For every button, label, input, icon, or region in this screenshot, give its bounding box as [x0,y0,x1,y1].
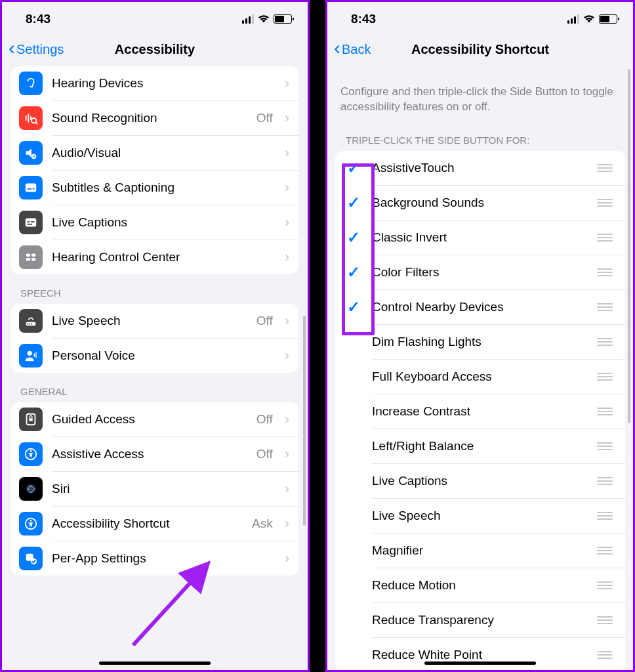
drag-handle-icon[interactable] [595,581,615,589]
chevron-right-icon: › [285,446,289,463]
settings-row[interactable]: Subtitles & Captioning› [11,171,298,205]
shortcut-label: Color Filters [372,257,595,287]
chevron-left-icon: ‹ [334,38,340,58]
shortcut-label: Reduce White Point [372,640,595,670]
row-label: Live Speech [52,314,247,328]
hearing-control-icon [19,245,43,269]
drag-handle-icon[interactable] [595,234,615,242]
shortcut-row[interactable]: ✓Color Filters [335,255,625,289]
drag-handle-icon[interactable] [595,442,615,450]
drag-handle-icon[interactable] [595,408,615,415]
chevron-right-icon: › [285,249,289,266]
settings-row[interactable]: Accessibility ShortcutAsk› [11,507,298,541]
svg-rect-17 [31,258,35,261]
shortcut-row[interactable]: Full Keyboard Access [335,360,625,394]
svg-rect-21 [31,324,32,325]
settings-content[interactable]: Hearing Devices›Sound RecognitionOff›Aud… [2,66,308,670]
drag-handle-icon[interactable] [595,512,615,520]
row-label: Guided Access [52,412,247,427]
shortcut-label: Live Captions [372,466,595,496]
per-app-icon [19,547,43,570]
shortcut-label: Full Keyboard Access [372,362,595,392]
drag-handle-icon[interactable] [595,547,615,555]
row-label: Live Captions [52,215,276,230]
home-indicator[interactable] [99,662,211,665]
settings-row[interactable]: Guided AccessOff› [11,402,298,436]
svg-rect-20 [29,324,30,325]
status-bar: 8:43 [327,2,633,32]
settings-section: Live SpeechOff›Personal Voice› [11,304,298,373]
settings-section: Hearing Devices›Sound RecognitionOff›Aud… [11,66,298,274]
shortcut-row[interactable]: Reduce White Point [335,638,625,670]
scroll-indicator[interactable] [303,316,306,526]
checkmark-icon: ✓ [347,194,360,212]
shortcut-row[interactable]: Magnifier [335,534,625,568]
row-detail: Off [256,447,273,461]
checkmark-column: ✓ [335,263,372,282]
shortcut-row[interactable]: Live Speech [335,499,625,533]
shortcut-row[interactable]: ✓Classic Invert [335,220,625,255]
row-label: Hearing Devices [52,76,276,91]
svg-rect-19 [28,324,29,325]
drag-handle-icon[interactable] [595,373,615,381]
screenshot-divider [310,0,325,672]
cellular-icon [567,14,579,24]
home-indicator[interactable] [424,662,536,665]
svg-point-28 [30,450,32,452]
drag-handle-icon[interactable] [595,651,615,659]
ear-icon [19,72,43,95]
description-text: Configure and then triple-click the Side… [327,66,633,121]
drag-handle-icon[interactable] [595,303,615,311]
chevron-right-icon: › [285,550,289,567]
drag-handle-icon[interactable] [595,616,615,624]
shortcut-label: Classic Invert [372,222,595,253]
shortcut-row[interactable]: Reduce Motion [335,568,625,602]
scroll-indicator[interactable] [628,69,630,423]
drag-handle-icon[interactable] [595,268,615,276]
drag-handle-icon[interactable] [595,164,615,172]
drag-handle-icon[interactable] [595,477,615,485]
drag-handle-icon[interactable] [595,338,615,346]
settings-row[interactable]: Personal Voice› [11,339,298,373]
back-button[interactable]: ‹ Back [334,41,371,58]
row-label: Subtitles & Captioning [52,180,276,195]
settings-row[interactable]: Live Captions› [11,205,298,240]
svg-rect-12 [31,221,35,222]
chevron-right-icon: › [285,179,289,196]
settings-row[interactable]: Live SpeechOff› [11,304,298,338]
shortcut-row[interactable]: Dim Flashing Lights [335,325,625,359]
nav-bar: ‹ Settings Accessibility [2,32,308,66]
shortcut-row[interactable]: Live Captions [335,464,625,498]
checkmark-icon: ✓ [347,298,360,316]
settings-row[interactable]: Hearing Devices› [11,66,298,100]
shortcut-content[interactable]: Configure and then triple-click the Side… [327,66,633,670]
chevron-right-icon: › [285,214,289,231]
chevron-right-icon: › [285,480,289,497]
shortcut-label: Increase Contrast [372,396,595,427]
settings-row[interactable]: Hearing Control Center› [11,240,298,274]
section-header: GENERAL [11,373,298,402]
svg-rect-1 [28,114,29,123]
row-label: Accessibility Shortcut [52,516,243,531]
shortcut-row[interactable]: ✓Background Sounds [335,186,625,220]
shortcut-row[interactable]: Reduce Transparency [335,603,625,637]
shortcut-label: Background Sounds [372,188,595,218]
drag-handle-icon[interactable] [595,199,615,207]
chevron-right-icon: › [285,515,289,532]
settings-row[interactable]: Audio/Visual› [11,136,298,170]
wifi-icon [258,14,270,24]
shortcut-row[interactable]: ✓AssistiveTouch [335,151,625,185]
left-screen: 8:43 ‹ Settings Accessibility Hearing De… [0,0,310,672]
back-button[interactable]: ‹ Settings [9,41,64,58]
shortcut-row[interactable]: Increase Contrast [335,394,625,429]
status-time: 8:43 [26,12,51,26]
chevron-right-icon: › [285,144,289,161]
shortcut-row[interactable]: Left/Right Balance [335,429,625,463]
settings-row[interactable]: Per-App Settings› [11,541,298,576]
row-detail: Ask [252,516,273,531]
row-label: Assistive Access [52,447,247,461]
settings-row[interactable]: Assistive AccessOff› [11,437,298,471]
shortcut-row[interactable]: ✓Control Nearby Devices [335,290,625,324]
settings-row[interactable]: Siri› [11,472,298,506]
settings-row[interactable]: Sound RecognitionOff› [11,101,298,135]
